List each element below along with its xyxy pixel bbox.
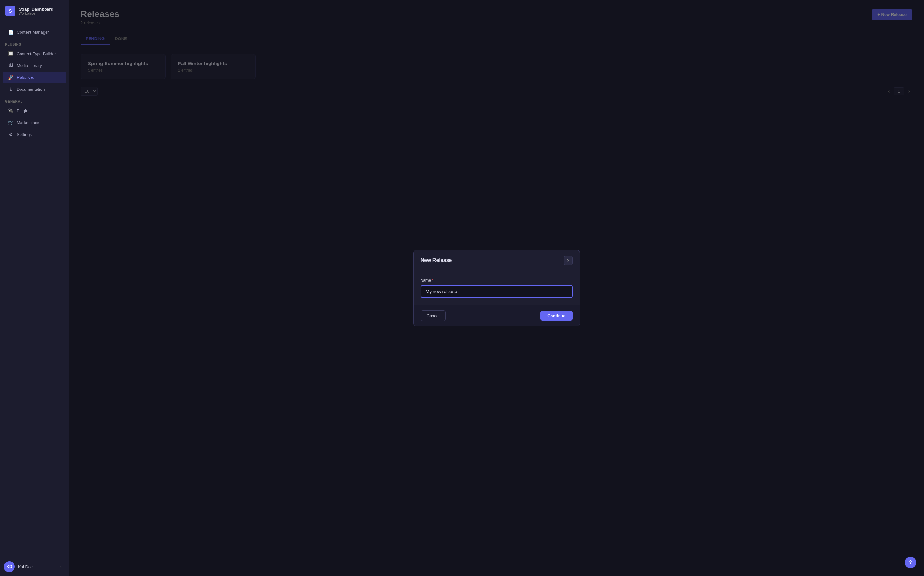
required-star: * (432, 278, 433, 283)
new-release-modal: New Release ✕ Name * Cancel Continue (413, 250, 580, 326)
sidebar-item-marketplace[interactable]: 🛒 Marketplace (3, 117, 66, 128)
sidebar-item-label: Documentation (17, 87, 45, 92)
help-button[interactable]: ? (905, 557, 916, 568)
brand-text: Strapi Dashboard Workplace (19, 7, 53, 15)
content-type-builder-icon: 🔲 (8, 51, 13, 56)
avatar: KD (4, 561, 15, 572)
documentation-icon: ℹ (8, 86, 13, 92)
sidebar-item-releases[interactable]: 🚀 Releases (3, 72, 66, 83)
user-info: KD Kai Doe (4, 561, 33, 572)
general-section-label: GENERAL (0, 95, 69, 104)
brand-workplace: Workplace (19, 11, 53, 15)
brand-icon: S (5, 6, 15, 16)
main-content: Releases 2 releases + New Release PENDIN… (69, 0, 924, 576)
modal-footer: Cancel Continue (413, 305, 580, 326)
sidebar-footer: KD Kai Doe ‹ (0, 557, 69, 576)
sidebar-item-documentation[interactable]: ℹ Documentation (3, 83, 66, 95)
user-name: Kai Doe (18, 565, 33, 569)
sidebar-item-plugins[interactable]: 🔌 Plugins (3, 105, 66, 117)
sidebar-item-label: Plugins (17, 109, 30, 113)
brand-name: Strapi Dashboard (19, 7, 53, 11)
sidebar-item-label: Content-Type Builder (17, 51, 56, 56)
plugins-icon: 🔌 (8, 108, 13, 114)
modal-close-button[interactable]: ✕ (564, 256, 573, 265)
release-name-input[interactable] (421, 285, 573, 298)
modal-title: New Release (421, 258, 452, 263)
modal-overlay: New Release ✕ Name * Cancel Continue (69, 0, 924, 576)
sidebar-item-label: Marketplace (17, 120, 40, 125)
sidebar-item-content-manager[interactable]: 📄 Content Manager (3, 26, 66, 38)
plugins-section-label: PLUGINS (0, 38, 69, 48)
modal-body: Name * (413, 271, 580, 305)
sidebar-nav: 📄 Content Manager PLUGINS 🔲 Content-Type… (0, 22, 69, 557)
sidebar-item-settings[interactable]: ⚙ Settings (3, 129, 66, 140)
collapse-sidebar-button[interactable]: ‹ (57, 563, 65, 571)
sidebar-item-label: Settings (17, 132, 32, 137)
continue-button[interactable]: Continue (540, 311, 572, 321)
cancel-button[interactable]: Cancel (421, 310, 446, 321)
sidebar-item-content-type-builder[interactable]: 🔲 Content-Type Builder (3, 48, 66, 59)
sidebar-item-label: Releases (17, 75, 34, 80)
name-label: Name * (421, 278, 573, 283)
sidebar-item-label: Content Manager (17, 30, 49, 35)
settings-icon: ⚙ (8, 131, 13, 137)
marketplace-icon: 🛒 (8, 120, 13, 125)
sidebar: S Strapi Dashboard Workplace 📄 Content M… (0, 0, 69, 576)
brand-area: S Strapi Dashboard Workplace (0, 0, 69, 22)
sidebar-item-label: Media Library (17, 63, 42, 68)
sidebar-item-media-library[interactable]: 🖼 Media Library (3, 60, 66, 71)
releases-icon: 🚀 (8, 74, 13, 80)
modal-header: New Release ✕ (413, 250, 580, 271)
content-manager-icon: 📄 (8, 29, 13, 35)
media-library-icon: 🖼 (8, 62, 13, 68)
